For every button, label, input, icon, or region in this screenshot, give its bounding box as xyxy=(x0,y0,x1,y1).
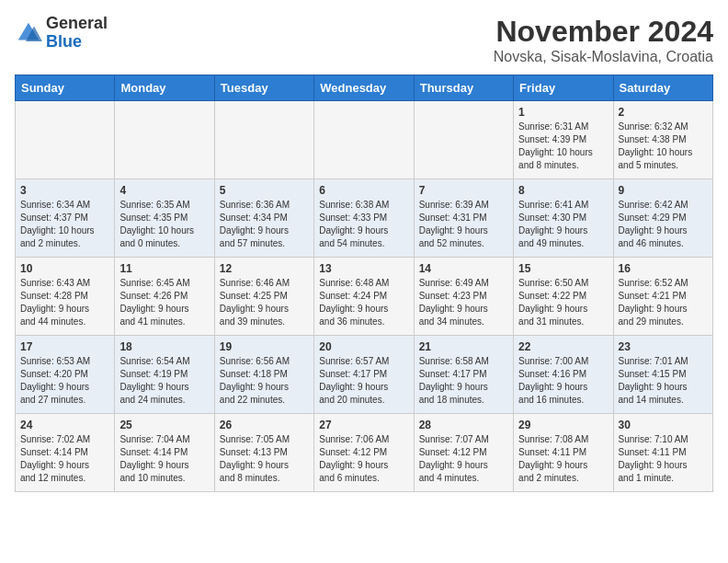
day-number: 21 xyxy=(419,340,508,353)
day-info: Sunrise: 6:52 AM Sunset: 4:21 PM Dayligh… xyxy=(619,277,708,328)
calendar-cell: 7Sunrise: 6:39 AM Sunset: 4:31 PM Daylig… xyxy=(414,179,513,258)
day-number: 20 xyxy=(319,340,408,353)
day-number: 6 xyxy=(319,184,408,197)
month-title: November 2024 xyxy=(494,15,713,49)
logo-icon xyxy=(15,19,42,47)
calendar-header-row: SundayMondayTuesdayWednesdayThursdayFrid… xyxy=(16,75,713,101)
day-number: 28 xyxy=(419,419,508,431)
day-info: Sunrise: 6:53 AM Sunset: 4:20 PM Dayligh… xyxy=(20,355,109,407)
calendar-body: 1Sunrise: 6:31 AM Sunset: 4:39 PM Daylig… xyxy=(16,101,713,492)
day-info: Sunrise: 6:49 AM Sunset: 4:23 PM Dayligh… xyxy=(419,277,508,328)
calendar-cell: 16Sunrise: 6:52 AM Sunset: 4:21 PM Dayli… xyxy=(613,258,712,336)
day-number: 4 xyxy=(119,184,209,197)
day-number: 29 xyxy=(518,419,608,431)
day-info: Sunrise: 7:01 AM Sunset: 4:15 PM Dayligh… xyxy=(619,355,708,407)
day-number: 1 xyxy=(518,106,608,119)
calendar-cell: 9Sunrise: 6:42 AM Sunset: 4:29 PM Daylig… xyxy=(613,179,712,258)
day-number: 17 xyxy=(20,340,109,353)
calendar-cell: 25Sunrise: 7:04 AM Sunset: 4:14 PM Dayli… xyxy=(115,414,214,492)
day-number: 25 xyxy=(119,419,209,431)
day-number: 10 xyxy=(20,262,109,275)
calendar-cell: 8Sunrise: 6:41 AM Sunset: 4:30 PM Daylig… xyxy=(514,179,613,258)
day-info: Sunrise: 7:04 AM Sunset: 4:14 PM Dayligh… xyxy=(119,433,209,485)
day-number: 22 xyxy=(518,340,608,353)
calendar-cell: 23Sunrise: 7:01 AM Sunset: 4:15 PM Dayli… xyxy=(613,336,712,414)
calendar-cell: 14Sunrise: 6:49 AM Sunset: 4:23 PM Dayli… xyxy=(414,258,513,336)
col-header-monday: Monday xyxy=(115,75,214,101)
day-number: 23 xyxy=(619,340,708,353)
col-header-thursday: Thursday xyxy=(414,75,513,101)
calendar-cell: 17Sunrise: 6:53 AM Sunset: 4:20 PM Dayli… xyxy=(16,336,115,414)
calendar-cell: 10Sunrise: 6:43 AM Sunset: 4:28 PM Dayli… xyxy=(16,258,115,336)
day-info: Sunrise: 7:05 AM Sunset: 4:13 PM Dayligh… xyxy=(220,433,309,485)
day-number: 11 xyxy=(119,262,209,275)
calendar-cell: 24Sunrise: 7:02 AM Sunset: 4:14 PM Dayli… xyxy=(16,414,115,492)
calendar-cell xyxy=(414,101,513,179)
calendar-cell: 3Sunrise: 6:34 AM Sunset: 4:37 PM Daylig… xyxy=(16,179,115,258)
calendar-cell: 2Sunrise: 6:32 AM Sunset: 4:38 PM Daylig… xyxy=(613,101,712,179)
calendar-cell: 4Sunrise: 6:35 AM Sunset: 4:35 PM Daylig… xyxy=(115,179,214,258)
day-info: Sunrise: 6:35 AM Sunset: 4:35 PM Dayligh… xyxy=(119,199,209,250)
col-header-tuesday: Tuesday xyxy=(214,75,313,101)
day-info: Sunrise: 6:50 AM Sunset: 4:22 PM Dayligh… xyxy=(518,277,608,328)
calendar-cell: 1Sunrise: 6:31 AM Sunset: 4:39 PM Daylig… xyxy=(514,101,613,179)
location-subtitle: Novska, Sisak-Moslavina, Croatia xyxy=(494,49,713,65)
day-number: 13 xyxy=(319,262,408,275)
day-info: Sunrise: 6:58 AM Sunset: 4:17 PM Dayligh… xyxy=(419,355,508,407)
calendar-cell: 12Sunrise: 6:46 AM Sunset: 4:25 PM Dayli… xyxy=(214,258,313,336)
day-number: 3 xyxy=(20,184,109,197)
calendar-cell: 22Sunrise: 7:00 AM Sunset: 4:16 PM Dayli… xyxy=(514,336,613,414)
day-info: Sunrise: 7:02 AM Sunset: 4:14 PM Dayligh… xyxy=(20,433,109,485)
day-number: 24 xyxy=(20,419,109,431)
calendar-cell: 11Sunrise: 6:45 AM Sunset: 4:26 PM Dayli… xyxy=(115,258,214,336)
calendar-cell xyxy=(214,101,313,179)
day-info: Sunrise: 7:08 AM Sunset: 4:11 PM Dayligh… xyxy=(518,433,608,485)
day-info: Sunrise: 6:43 AM Sunset: 4:28 PM Dayligh… xyxy=(20,277,109,328)
day-number: 16 xyxy=(619,262,708,275)
day-info: Sunrise: 6:46 AM Sunset: 4:25 PM Dayligh… xyxy=(220,277,309,328)
calendar-cell: 15Sunrise: 6:50 AM Sunset: 4:22 PM Dayli… xyxy=(514,258,613,336)
calendar-week-2: 3Sunrise: 6:34 AM Sunset: 4:37 PM Daylig… xyxy=(16,179,713,258)
day-number: 19 xyxy=(220,340,309,353)
day-number: 18 xyxy=(119,340,209,353)
calendar-cell: 5Sunrise: 6:36 AM Sunset: 4:34 PM Daylig… xyxy=(214,179,313,258)
calendar-cell: 27Sunrise: 7:06 AM Sunset: 4:12 PM Dayli… xyxy=(314,414,414,492)
day-info: Sunrise: 6:39 AM Sunset: 4:31 PM Dayligh… xyxy=(419,199,508,250)
page-header: General Blue November 2024 Novska, Sisak… xyxy=(15,15,713,65)
calendar-week-4: 17Sunrise: 6:53 AM Sunset: 4:20 PM Dayli… xyxy=(16,336,713,414)
day-number: 5 xyxy=(220,184,309,197)
day-number: 27 xyxy=(319,419,408,431)
day-number: 2 xyxy=(619,106,708,119)
day-info: Sunrise: 6:57 AM Sunset: 4:17 PM Dayligh… xyxy=(319,355,408,407)
calendar-cell: 20Sunrise: 6:57 AM Sunset: 4:17 PM Dayli… xyxy=(314,336,414,414)
day-number: 26 xyxy=(220,419,309,431)
day-number: 9 xyxy=(619,184,708,197)
calendar-cell xyxy=(16,101,115,179)
calendar-cell: 18Sunrise: 6:54 AM Sunset: 4:19 PM Dayli… xyxy=(115,336,214,414)
col-header-wednesday: Wednesday xyxy=(314,75,414,101)
day-info: Sunrise: 7:10 AM Sunset: 4:11 PM Dayligh… xyxy=(619,433,708,485)
day-info: Sunrise: 7:07 AM Sunset: 4:12 PM Dayligh… xyxy=(419,433,508,485)
col-header-saturday: Saturday xyxy=(613,75,712,101)
title-block: November 2024 Novska, Sisak-Moslavina, C… xyxy=(494,15,713,65)
calendar-cell: 26Sunrise: 7:05 AM Sunset: 4:13 PM Dayli… xyxy=(214,414,313,492)
day-number: 15 xyxy=(518,262,608,275)
day-number: 8 xyxy=(518,184,608,197)
day-info: Sunrise: 6:38 AM Sunset: 4:33 PM Dayligh… xyxy=(319,199,408,250)
col-header-sunday: Sunday xyxy=(16,75,115,101)
day-info: Sunrise: 6:36 AM Sunset: 4:34 PM Dayligh… xyxy=(220,199,309,250)
calendar-cell: 29Sunrise: 7:08 AM Sunset: 4:11 PM Dayli… xyxy=(514,414,613,492)
calendar-week-1: 1Sunrise: 6:31 AM Sunset: 4:39 PM Daylig… xyxy=(16,101,713,179)
day-info: Sunrise: 6:31 AM Sunset: 4:39 PM Dayligh… xyxy=(518,121,608,172)
calendar-week-5: 24Sunrise: 7:02 AM Sunset: 4:14 PM Dayli… xyxy=(16,414,713,492)
calendar-cell xyxy=(115,101,214,179)
calendar-cell xyxy=(314,101,414,179)
day-number: 12 xyxy=(220,262,309,275)
day-info: Sunrise: 6:45 AM Sunset: 4:26 PM Dayligh… xyxy=(119,277,209,328)
day-info: Sunrise: 6:56 AM Sunset: 4:18 PM Dayligh… xyxy=(220,355,309,407)
day-number: 30 xyxy=(619,419,708,431)
calendar-cell: 21Sunrise: 6:58 AM Sunset: 4:17 PM Dayli… xyxy=(414,336,513,414)
calendar-cell: 28Sunrise: 7:07 AM Sunset: 4:12 PM Dayli… xyxy=(414,414,513,492)
day-info: Sunrise: 6:42 AM Sunset: 4:29 PM Dayligh… xyxy=(619,199,708,250)
day-number: 7 xyxy=(419,184,508,197)
